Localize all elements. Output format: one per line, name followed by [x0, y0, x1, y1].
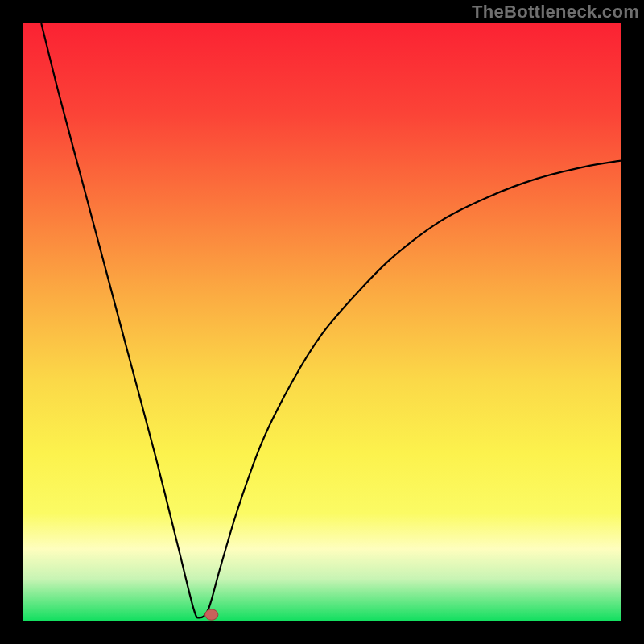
- plot-svg: [23, 23, 621, 621]
- gradient-background: [23, 23, 621, 621]
- watermark-label: TheBottleneck.com: [472, 2, 639, 23]
- chart-frame: TheBottleneck.com: [0, 0, 644, 644]
- optimal-point-marker: [205, 609, 218, 620]
- plot-area: [23, 23, 621, 621]
